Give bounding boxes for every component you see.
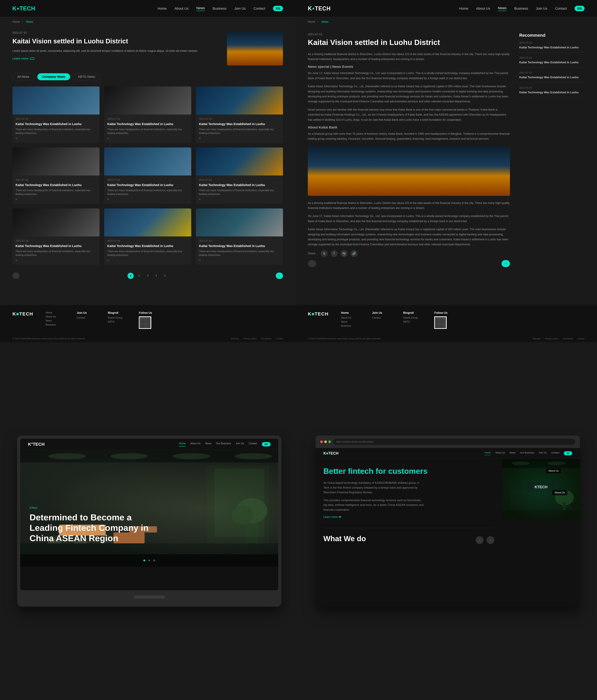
svg-point-2 <box>48 453 85 459</box>
nav-business-left[interactable]: Business <box>213 6 227 10</box>
nav-contact-left[interactable]: Contact <box>253 6 265 10</box>
news-card-2[interactable]: 2021-07-15 Kaitai Technology Was Establi… <box>104 86 191 143</box>
footer-link-about[interactable]: About Us <box>46 315 64 318</box>
nav-joinus-left[interactable]: Join Us <box>234 6 245 10</box>
page-3[interactable]: 3 <box>145 273 151 279</box>
browser-dot-minimize[interactable] <box>324 441 327 443</box>
page-next[interactable]: › <box>276 273 283 279</box>
biz-nav-contact[interactable]: Contact <box>551 451 560 455</box>
screen-nav-about[interactable]: About Us <box>190 442 201 446</box>
nav-contact-right[interactable]: Contact <box>555 6 567 10</box>
biz-nav-business[interactable]: Our Business <box>520 451 534 455</box>
biz-nav-about[interactable]: About Us <box>495 451 505 455</box>
footer-link-news[interactable]: News <box>46 319 64 322</box>
screen-nav-business[interactable]: Our Business <box>216 442 231 446</box>
footer-r-about[interactable]: About Us <box>341 317 360 319</box>
footer-link-business[interactable]: Business <box>46 323 64 326</box>
card-body-5: 2021-07-18 Kaitai Technology Was Establi… <box>104 175 191 204</box>
footer-r-news[interactable]: News <box>341 321 360 323</box>
browser-dot-close[interactable] <box>320 441 323 443</box>
news-card-1[interactable]: 2021-07-15 Kaitai Technology Was Establi… <box>12 86 100 143</box>
nav-news-right[interactable]: News <box>498 6 507 11</box>
footer-r-kbtg[interactable]: KBTG <box>403 321 422 323</box>
news-card-8[interactable]: 2021-07-16 Kaitai Technology Was Establi… <box>104 208 191 265</box>
news-card-9[interactable]: 2021-07-16 Kaitai Technology Was Establi… <box>196 208 283 265</box>
biz-learn-more[interactable]: Learn more <box>323 515 494 519</box>
cookie-link[interactable]: Cookie <box>276 338 283 340</box>
nav-home-left[interactable]: Home <box>158 6 167 10</box>
page-4[interactable]: 4 <box>153 273 159 279</box>
logo-left[interactable]: K■TECH <box>12 5 35 12</box>
filter-company[interactable]: Company News <box>37 73 70 80</box>
nav-joinus-right[interactable]: Join Us <box>536 6 547 10</box>
article-next[interactable]: › <box>501 260 510 267</box>
biz-logo: K■TECH <box>323 451 338 455</box>
filter-kbtg[interactable]: KBTG News <box>73 73 100 80</box>
screen-nav-joinus[interactable]: Join Us <box>236 442 244 446</box>
footer-r-contact[interactable]: Contact <box>372 317 391 319</box>
biz-nav-links: Home About Us News Our Business Join Us … <box>485 451 572 455</box>
screen-nav-contact[interactable]: Contact <box>249 442 257 446</box>
screen-nav-home[interactable]: Home <box>179 442 186 446</box>
news-card-3[interactable]: 2021-07-15 Kaitai Technology Was Establi… <box>196 86 283 143</box>
dot-1[interactable] <box>144 559 145 561</box>
page-5[interactable]: 5 <box>162 273 168 279</box>
nav-lang-right[interactable]: EN <box>575 6 585 11</box>
what-next-btn[interactable]: › <box>487 536 494 544</box>
nav-about-left[interactable]: About Us <box>175 6 188 10</box>
privacy-link[interactable]: Privacy policy <box>243 338 257 340</box>
footer-kbank[interactable]: Kbank Group <box>108 317 126 319</box>
page-prev[interactable]: ‹ <box>12 273 20 279</box>
instagram-share[interactable]: 📷 <box>341 250 347 257</box>
browser-dot-maximize[interactable] <box>328 441 331 443</box>
nav-lang-left[interactable]: EN <box>273 6 283 11</box>
link-share[interactable]: 🔗 <box>351 250 357 257</box>
nav-news-left[interactable]: News <box>197 6 205 11</box>
rec-item-4[interactable]: 2021-07-15 Kaitai Technology Was Establi… <box>519 86 585 98</box>
sitemap-link[interactable]: Sitemap <box>231 338 239 340</box>
news-card-5[interactable]: 2021-07-18 Kaitai Technology Was Establi… <box>104 148 191 204</box>
biz-nav-news[interactable]: News <box>510 451 516 455</box>
biz-nav-home[interactable]: Home <box>485 451 491 455</box>
browser-body: K■TECH Home About Us News Our Business J… <box>316 448 580 607</box>
nav-business-right[interactable]: Business <box>514 6 528 10</box>
privacy-r[interactable]: Privacy policy <box>545 338 558 340</box>
disclaimer-link[interactable]: Disclaimer <box>261 338 271 340</box>
breadcrumb-home-right[interactable]: Home <box>308 20 315 23</box>
filter-all[interactable]: All News <box>12 73 34 80</box>
footer-kbtg[interactable]: KBTG <box>108 321 126 323</box>
page-2[interactable]: 2 <box>136 273 142 279</box>
disclaimer-r[interactable]: Disclaimer <box>563 338 573 340</box>
sitemap-r[interactable]: Sitemap <box>532 338 540 340</box>
rec-item-1[interactable]: 2021-07-15 Kaitai Technology Was Establi… <box>519 42 585 53</box>
facebook-share[interactable]: f <box>331 250 338 257</box>
footer-r-business[interactable]: Business <box>341 324 360 327</box>
footer-link-home[interactable]: Home <box>46 311 64 314</box>
footer-r-kbank[interactable]: Kbank Group <box>403 317 422 319</box>
screen-nav-news[interactable]: News <box>205 442 211 446</box>
news-card-6[interactable]: 2021-07-18 Kaitai Technology Was Establi… <box>196 148 283 204</box>
biz-nav-lang[interactable]: EN <box>564 451 572 455</box>
rec-item-3[interactable]: 2021-07-15 Kaitai Technology Was Establi… <box>519 71 585 82</box>
page-1[interactable]: 1 <box>128 273 134 279</box>
logo-right[interactable]: K■TECH <box>308 5 331 12</box>
breadcrumb-home-left[interactable]: Home <box>12 20 20 23</box>
news-card-7[interactable]: 2021-07-16 Kaitai Technology Was Establi… <box>12 208 100 265</box>
biz-hero-desc-1: As China-based technology subsidiary of … <box>323 480 424 495</box>
card-body-3: 2021-07-15 Kaitai Technology Was Establi… <box>196 115 283 143</box>
browser-url-bar[interactable]: ktech.kasikornbank.com/business <box>333 439 575 445</box>
cookie-r[interactable]: Cookie <box>578 338 585 340</box>
dot-2[interactable] <box>148 559 150 561</box>
news-card-4[interactable]: 2021-07-18 Kaitai Technology Was Establi… <box>12 148 100 204</box>
footer-link-contact[interactable]: Contact <box>77 317 95 319</box>
rec-item-2[interactable]: 2021-07-15 Kaitai Technology Was Establi… <box>519 56 585 68</box>
biz-nav-joinus[interactable]: Join Us <box>539 451 547 455</box>
nav-about-right[interactable]: About Us <box>476 6 490 10</box>
what-prev-btn[interactable]: ‹ <box>476 536 484 544</box>
dot-3[interactable] <box>153 559 155 561</box>
hero-learn-more[interactable]: Learn more › <box>12 57 34 60</box>
article-prev[interactable]: ‹ <box>308 260 316 267</box>
twitter-share[interactable]: 𝕏 <box>321 250 328 257</box>
screen-nav-lang[interactable]: EN <box>262 442 270 446</box>
nav-home-right[interactable]: Home <box>459 6 468 10</box>
